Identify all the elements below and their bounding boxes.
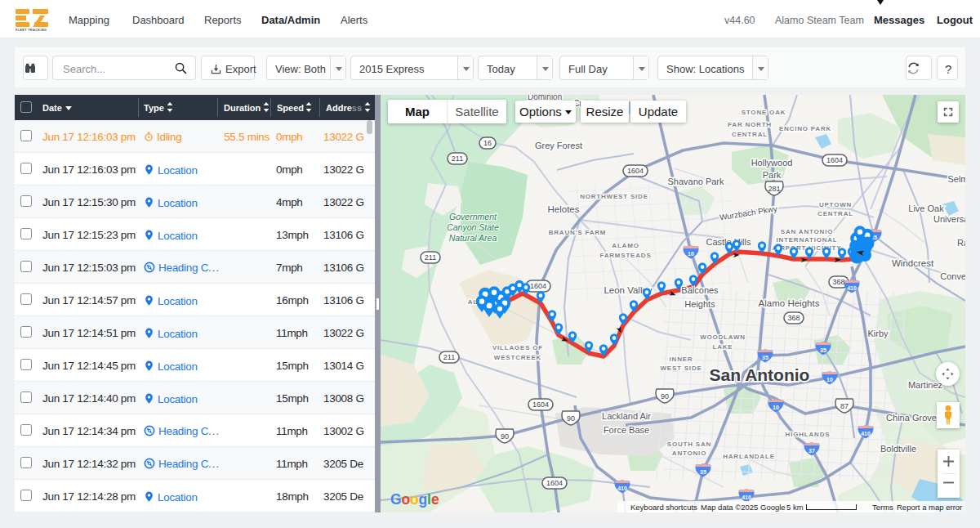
svg-text:Shavano Park: Shavano Park [667, 177, 724, 186]
svg-text:410: 410 [742, 494, 751, 500]
svg-text:HIGHLANDS: HIGHLANDS [786, 431, 831, 438]
svg-text:35: 35 [820, 347, 826, 353]
svg-text:Ra: Ra [957, 238, 965, 248]
svg-text:211: 211 [443, 353, 455, 361]
svg-text:90: 90 [567, 414, 575, 423]
svg-text:35: 35 [762, 355, 768, 360]
svg-text:FLEET TRACKING: FLEET TRACKING [16, 29, 47, 32]
svg-text:China Grove: China Grove [886, 413, 937, 423]
svg-text:Windcrest: Windcrest [892, 258, 934, 268]
svg-text:LAKE: LAKE [713, 343, 733, 351]
svg-text:g: g [419, 491, 428, 508]
svg-text:Live Oak: Live Oak [908, 204, 944, 213]
svg-text:INTERNATIONAL: INTERNATIONAL [776, 236, 837, 244]
svg-text:Helotes: Helotes [548, 204, 580, 214]
svg-text:G: G [390, 491, 402, 508]
svg-text:87: 87 [840, 402, 849, 410]
svg-text:FAR NORTH: FAR NORTH [728, 121, 772, 128]
svg-text:Park: Park [763, 170, 782, 180]
svg-text:Universal: Universal [933, 214, 965, 224]
svg-text:CENTRAL: CENTRAL [817, 210, 853, 217]
svg-text:Canyon State: Canyon State [447, 222, 499, 232]
svg-text:10: 10 [688, 251, 694, 257]
svg-text:Natural Area: Natural Area [449, 233, 497, 243]
svg-text:WESTCREEK: WESTCREEK [494, 354, 541, 361]
svg-text:37: 37 [808, 448, 815, 454]
svg-text:368: 368 [832, 278, 844, 286]
svg-text:INNER: INNER [670, 356, 693, 363]
svg-text:211: 211 [425, 253, 436, 262]
svg-text:CENTRAL: CENTRAL [732, 131, 768, 138]
svg-text:ENCINO PARK: ENCINO PARK [779, 125, 831, 132]
svg-text:BRAUN'S FARM: BRAUN'S FARM [549, 229, 607, 236]
svg-text:Conver: Conver [940, 271, 965, 281]
svg-text:281: 281 [768, 185, 780, 193]
svg-text:SAN ANTONIO: SAN ANTONIO [781, 228, 833, 235]
svg-text:16: 16 [483, 139, 492, 147]
svg-text:NORTHWEST SIDE: NORTHWEST SIDE [580, 193, 648, 200]
svg-text:Boldtville: Boldtville [880, 444, 916, 454]
svg-text:UPTOWN: UPTOWN [819, 201, 852, 208]
svg-text:San Antonio: San Antonio [710, 365, 810, 384]
svg-text:FARMSTEADS: FARMSTEADS [599, 252, 651, 259]
svg-text:35: 35 [700, 469, 706, 475]
svg-text:HARLANDALE: HARLANDALE [723, 453, 775, 460]
svg-text:Force Base: Force Base [604, 425, 649, 435]
svg-text:o: o [410, 491, 419, 508]
svg-text:410: 410 [861, 431, 871, 436]
svg-text:o: o [402, 491, 411, 508]
svg-text:Alamo Heights: Alamo Heights [759, 298, 820, 308]
svg-text:Grey Forest: Grey Forest [535, 141, 582, 150]
svg-text:WOODLAWN: WOODLAWN [700, 333, 746, 341]
svg-text:1604: 1604 [826, 156, 843, 164]
svg-text:1604: 1604 [532, 400, 549, 409]
svg-text:Government: Government [449, 212, 497, 221]
svg-text:Lackland Air: Lackland Air [602, 411, 651, 421]
svg-text:e: e [431, 491, 439, 508]
svg-text:1604: 1604 [546, 479, 563, 487]
svg-text:10: 10 [826, 377, 833, 383]
svg-text:410: 410 [617, 485, 627, 491]
svg-text:90: 90 [501, 432, 509, 441]
svg-text:Martinez: Martinez [908, 380, 942, 390]
svg-text:Hollywood: Hollywood [751, 158, 793, 168]
svg-text:STONE OAK: STONE OAK [742, 109, 786, 116]
svg-text:90: 90 [661, 392, 669, 400]
svg-text:10: 10 [773, 405, 779, 410]
svg-text:368: 368 [787, 314, 800, 322]
svg-text:VILLAGES OF: VILLAGES OF [492, 344, 543, 351]
svg-text:1604: 1604 [530, 282, 546, 290]
svg-text:Balcones: Balcones [681, 285, 719, 295]
svg-text:Selm: Selm [947, 174, 965, 184]
svg-text:SOUTH SAN: SOUTH SAN [667, 441, 711, 448]
svg-text:WEST SIDE: WEST SIDE [660, 365, 702, 372]
svg-text:Kirby: Kirby [867, 329, 889, 338]
svg-text:ALAMO: ALAMO [612, 242, 639, 249]
svg-text:1604: 1604 [627, 167, 644, 175]
svg-text:410: 410 [847, 285, 857, 291]
svg-text:211: 211 [452, 154, 463, 163]
svg-text:Heights: Heights [684, 299, 715, 309]
svg-text:ANTONIO: ANTONIO [672, 450, 706, 457]
